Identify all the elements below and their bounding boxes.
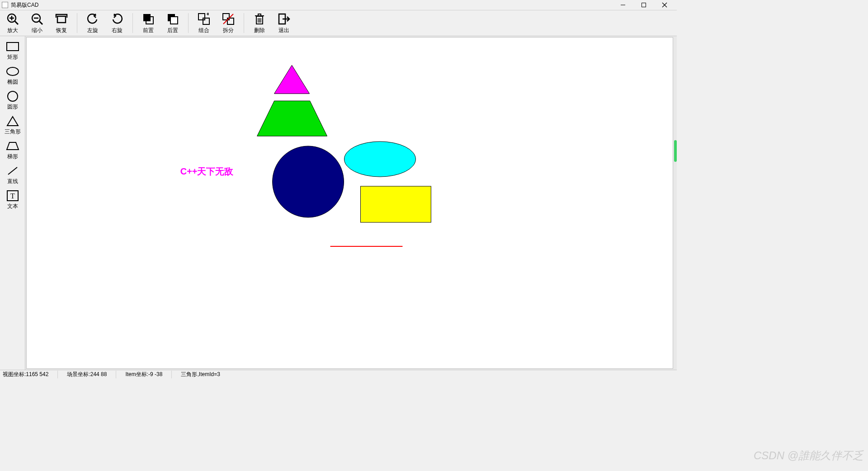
zoom-in-label: 放大 xyxy=(7,27,18,34)
circle-label: 圆形 xyxy=(7,103,18,111)
svg-rect-13 xyxy=(143,14,151,21)
svg-line-22 xyxy=(223,14,233,24)
rotate-right-label: 右旋 xyxy=(112,27,123,34)
minimize-button[interactable] xyxy=(613,0,633,10)
text-icon: T xyxy=(5,190,20,202)
line-tool[interactable]: 直线 xyxy=(3,164,23,186)
close-button[interactable] xyxy=(654,0,675,10)
shape-rectangle[interactable] xyxy=(360,186,431,222)
svg-marker-35 xyxy=(7,142,19,150)
line-icon xyxy=(5,165,20,177)
delete-button[interactable]: 删除 xyxy=(250,12,269,34)
restore-button[interactable]: 恢复 xyxy=(52,12,71,34)
titlebar: 简易版CAD xyxy=(0,0,677,10)
bring-front-button[interactable]: 前置 xyxy=(139,12,157,34)
canvas-svg: C++天下无敌 xyxy=(27,38,673,368)
close-icon xyxy=(662,2,667,8)
toolbar-separator xyxy=(77,13,77,33)
toolbar-separator xyxy=(132,13,133,33)
rect-label: 矩形 xyxy=(7,53,18,61)
rotate-left-button[interactable]: 左旋 xyxy=(84,12,102,34)
exit-icon xyxy=(277,12,291,26)
shape-triangle[interactable] xyxy=(274,65,310,94)
exit-label: 退出 xyxy=(278,27,289,34)
svg-rect-31 xyxy=(7,42,19,51)
group-icon xyxy=(197,12,211,26)
delete-label: 删除 xyxy=(254,27,265,34)
svg-marker-34 xyxy=(7,117,18,126)
minimize-icon xyxy=(620,2,626,8)
circle-icon xyxy=(5,90,20,102)
send-back-label: 后置 xyxy=(167,27,178,34)
svg-line-10 xyxy=(39,21,42,24)
svg-point-32 xyxy=(7,67,19,75)
status-selection: 三角形,ItemId=3 xyxy=(181,371,220,378)
status-item-coord: Item坐标:-9 -38 xyxy=(125,371,172,378)
trapezoid-icon xyxy=(5,140,20,152)
circle-tool[interactable]: 圆形 xyxy=(3,89,23,112)
main-body: 矩形 椭圆 圆形 三角形 梯形 直线 T xyxy=(0,36,677,370)
zoom-out-icon xyxy=(30,12,44,26)
shape-toolbar: 矩形 椭圆 圆形 三角形 梯形 直线 T xyxy=(0,36,25,370)
trapezoid-label: 梯形 xyxy=(7,153,18,160)
zoom-in-icon xyxy=(6,12,19,26)
zoom-in-button[interactable]: 放大 xyxy=(4,12,22,34)
bring-front-icon xyxy=(142,12,155,26)
maximize-icon xyxy=(641,2,646,8)
bring-front-label: 前置 xyxy=(143,27,154,34)
trash-icon xyxy=(253,12,266,26)
toolbar-separator xyxy=(244,13,244,33)
svg-text:T: T xyxy=(10,192,15,200)
restore-icon xyxy=(55,12,68,26)
svg-rect-11 xyxy=(57,16,66,23)
shape-text[interactable]: C++天下无敌 xyxy=(180,166,234,176)
svg-rect-25 xyxy=(258,14,261,16)
restore-label: 恢复 xyxy=(56,27,67,34)
ungroup-label: 拆分 xyxy=(223,27,234,34)
toolbar-separator xyxy=(188,13,189,33)
svg-rect-17 xyxy=(203,18,209,24)
rect-icon xyxy=(5,41,20,52)
top-toolbar: 放大 缩小 恢复 左旋 xyxy=(0,10,677,36)
window-title: 简易版CAD xyxy=(11,1,613,9)
rect-tool[interactable]: 矩形 xyxy=(3,40,23,62)
rotate-right-icon xyxy=(110,12,124,26)
ellipse-icon xyxy=(5,66,20,77)
shape-trapezoid[interactable] xyxy=(257,101,327,136)
svg-line-36 xyxy=(8,167,17,174)
triangle-tool[interactable]: 三角形 xyxy=(3,114,23,137)
status-view-coord: 视图坐标:1165 542 xyxy=(3,371,58,378)
maximize-button[interactable] xyxy=(633,0,654,10)
app-window: 简易版CAD 放大 缩小 xyxy=(0,0,677,379)
rotate-left-label: 左旋 xyxy=(87,27,98,34)
status-bar: 视图坐标:1165 542 场景坐标:244 88 Item坐标:-9 -38 … xyxy=(0,370,677,379)
status-scene-coord: 场景坐标:244 88 xyxy=(67,371,116,378)
send-back-icon xyxy=(166,12,179,26)
ellipse-label: 椭圆 xyxy=(7,78,18,86)
svg-rect-16 xyxy=(198,14,205,20)
svg-rect-1 xyxy=(642,3,646,7)
svg-rect-15 xyxy=(170,17,178,24)
trapezoid-tool[interactable]: 梯形 xyxy=(3,139,23,161)
ungroup-button[interactable]: 拆分 xyxy=(219,12,237,34)
ungroup-icon xyxy=(222,12,235,26)
line-label: 直线 xyxy=(7,178,18,185)
group-button[interactable]: 组合 xyxy=(195,12,213,34)
text-label: 文本 xyxy=(7,203,18,210)
zoom-out-button[interactable]: 缩小 xyxy=(28,12,46,34)
svg-point-33 xyxy=(8,91,18,101)
scrollbar-thumb[interactable] xyxy=(674,140,677,162)
rotate-right-button[interactable]: 右旋 xyxy=(108,12,126,34)
triangle-icon xyxy=(5,115,20,127)
canvas-container: C++天下无敌 xyxy=(25,36,677,370)
zoom-out-label: 缩小 xyxy=(32,27,42,34)
text-tool[interactable]: T 文本 xyxy=(3,189,23,211)
exit-button[interactable]: 退出 xyxy=(275,12,293,34)
drawing-canvas[interactable]: C++天下无敌 xyxy=(26,37,673,369)
send-back-button[interactable]: 后置 xyxy=(164,12,182,34)
shape-circle[interactable] xyxy=(273,146,344,217)
app-icon xyxy=(2,2,8,8)
shape-ellipse[interactable] xyxy=(344,141,416,177)
rotate-left-icon xyxy=(86,12,99,26)
ellipse-tool[interactable]: 椭圆 xyxy=(3,65,23,87)
